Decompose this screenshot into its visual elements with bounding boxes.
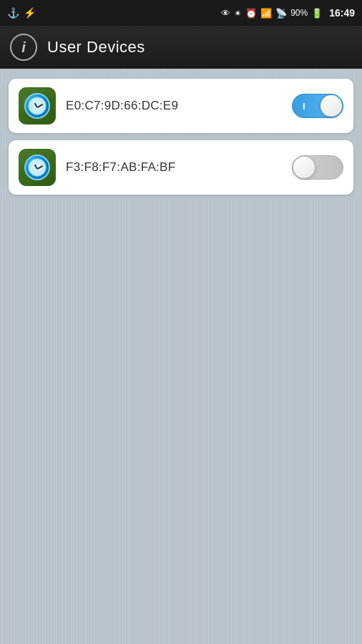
signal-icon: 📡 xyxy=(275,8,287,19)
status-bar: ⚓ ⚡ 👁 ✴ ⏰ 📶 📡 90% 🔋 16:49 xyxy=(0,0,362,26)
device-toggle-2[interactable] xyxy=(292,155,343,180)
device-card-1: E0:C7:9D:66:DC:E9 I xyxy=(9,79,353,133)
battery-icon: 🔋 xyxy=(311,8,323,19)
page-title: User Devices xyxy=(47,38,145,57)
device-mac-2: F3:F8:F7:AB:FA:BF xyxy=(66,160,282,175)
clock-face-1 xyxy=(28,97,47,115)
bluetooth-icon: ✴ xyxy=(234,8,242,19)
title-bar: i User Devices xyxy=(0,26,362,69)
toggle-knob-1 xyxy=(321,95,342,117)
status-right-icons: 👁 ✴ ⏰ 📶 📡 90% 🔋 16:49 xyxy=(221,7,355,19)
time-display: 16:49 xyxy=(329,7,355,19)
walk-icon: ⚡ xyxy=(24,7,36,19)
clock-hand-minute-2 xyxy=(37,165,44,170)
clock-face-2 xyxy=(28,158,47,177)
wifi-icon: 📶 xyxy=(260,8,272,19)
device-card-2: F3:F8:F7:AB:FA:BF xyxy=(9,140,353,195)
main-content: E0:C7:9D:66:DC:E9 I F3:F8:F7:AB:FA:BF xyxy=(0,69,362,644)
clock-hand-minute-1 xyxy=(37,104,44,108)
usb-icon: ⚓ xyxy=(7,7,19,19)
app-icon-1 xyxy=(19,87,56,125)
info-icon-label: i xyxy=(21,39,26,56)
info-button[interactable]: i xyxy=(10,34,37,61)
clock-icon-1 xyxy=(24,93,50,119)
clock-icon-2 xyxy=(24,155,50,180)
app-icon-2 xyxy=(19,149,56,186)
device-toggle-1[interactable]: I xyxy=(292,94,343,118)
toggle-knob-2 xyxy=(293,157,315,178)
device-mac-1: E0:C7:9D:66:DC:E9 xyxy=(66,99,282,113)
eye-icon: 👁 xyxy=(221,8,230,19)
battery-percent: 90% xyxy=(290,8,308,18)
alarm-icon: ⏰ xyxy=(245,8,257,19)
status-left-icons: ⚓ ⚡ xyxy=(7,7,36,19)
toggle-label-1: I xyxy=(303,101,305,112)
